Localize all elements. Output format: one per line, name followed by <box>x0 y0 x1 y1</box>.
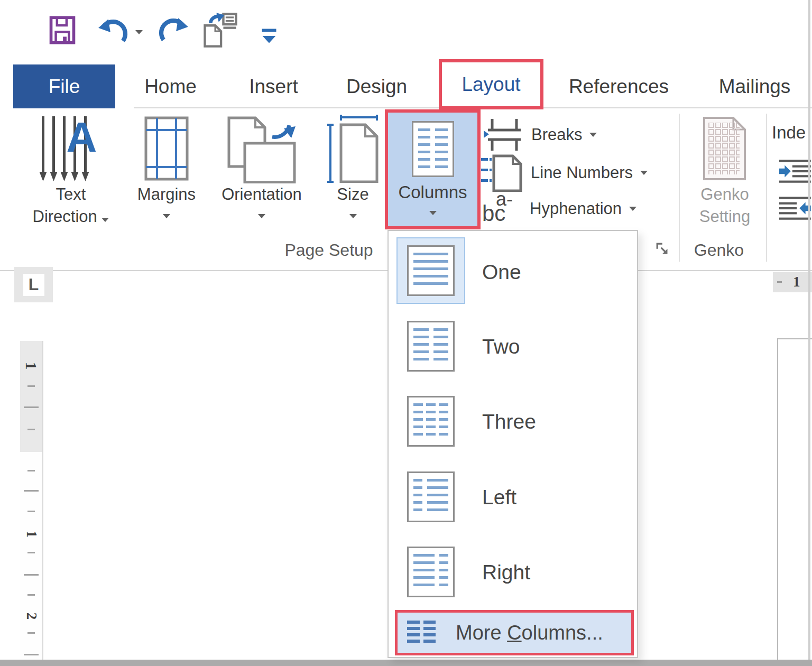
word-window: File Home Insert Design Layout Reference… <box>0 0 812 666</box>
document-arrow-icon <box>202 12 239 49</box>
text-direction-button[interactable]: A Text Direction <box>15 114 127 228</box>
menu-item-more-columns-label: More Columns... <box>456 622 603 644</box>
menu-item-one[interactable]: One <box>389 231 637 313</box>
ruler-tick <box>777 281 782 283</box>
left-column-icon <box>407 471 455 522</box>
genko-setting-label-line1: Genko <box>700 183 749 206</box>
undo-dropdown-caret[interactable] <box>135 30 143 34</box>
menu-item-two-label: Two <box>482 335 520 358</box>
breaks-caret <box>589 133 597 137</box>
columns-icon <box>412 121 454 177</box>
line-numbers-button[interactable]: Line Numbers <box>480 155 648 190</box>
ruler-number: 1 <box>23 526 40 542</box>
margins-button[interactable]: Margins <box>127 114 206 220</box>
redo-icon <box>158 17 190 45</box>
hyphenation-icon: a- bc <box>482 191 522 226</box>
hyphenation-label: Hyphenation <box>530 199 622 218</box>
tab-references-label: References <box>569 76 669 98</box>
text-direction-label-line1: Text <box>56 183 86 206</box>
redo-button[interactable] <box>158 17 192 48</box>
columns-label: Columns <box>398 181 467 204</box>
touch-mode-button[interactable] <box>202 12 241 51</box>
svg-text:A: A <box>67 114 97 161</box>
vertical-ruler[interactable]: 1 1 2 <box>20 341 43 660</box>
tab-home-label: Home <box>144 76 197 98</box>
window-bottom-bar <box>0 660 812 666</box>
breaks-icon <box>484 116 524 154</box>
menu-item-one-selected-box <box>396 237 465 304</box>
text-direction-icon: A <box>36 114 105 183</box>
genko-setting-icon <box>702 115 748 182</box>
window-right-border <box>808 0 810 660</box>
tab-file[interactable]: File <box>13 64 115 108</box>
columns-button[interactable]: Columns <box>385 109 481 229</box>
size-button[interactable]: Size <box>317 114 389 220</box>
breaks-label: Breaks <box>531 125 582 144</box>
increase-indent-button[interactable] <box>779 159 811 186</box>
tab-mailings-label: Mailings <box>719 76 791 98</box>
three-columns-icon <box>407 396 455 447</box>
ruler-number: 1 <box>22 358 40 374</box>
save-button[interactable] <box>49 15 78 48</box>
line-numbers-caret <box>640 171 648 175</box>
columns-caret <box>429 211 437 215</box>
tab-stop-selector[interactable]: L <box>14 267 53 302</box>
margins-label: Margins <box>137 183 196 206</box>
hyphenation-button[interactable]: a- bc Hyphenation <box>482 191 636 226</box>
tab-mailings[interactable]: Mailings <box>706 64 804 108</box>
tab-insert-label: Insert <box>249 76 298 98</box>
tab-file-label: File <box>49 76 80 98</box>
page-setup-dialog-launcher[interactable] <box>656 242 671 260</box>
two-columns-icon <box>407 321 455 372</box>
document-page <box>777 338 812 660</box>
size-label: Size <box>337 183 368 206</box>
tab-references[interactable]: References <box>570 64 668 108</box>
tab-insert[interactable]: Insert <box>235 64 312 108</box>
tab-design[interactable]: Design <box>338 64 415 108</box>
columns-dropdown-menu: One Two Three Left R <box>387 230 638 658</box>
margins-icon <box>144 116 189 181</box>
size-caret <box>349 214 357 218</box>
horizontal-ruler-number: 1 <box>793 274 800 290</box>
orientation-icon <box>225 114 299 183</box>
margins-caret <box>163 214 170 218</box>
undo-button[interactable] <box>96 17 146 48</box>
tab-layout-label: Layout <box>462 73 520 96</box>
right-column-icon <box>407 547 455 597</box>
menu-item-more-columns[interactable]: More Columns... <box>395 610 634 655</box>
horizontal-ruler[interactable]: 1 <box>773 272 812 292</box>
customize-qat-button[interactable] <box>260 26 281 49</box>
ruler-number: 2 <box>23 608 40 624</box>
decrease-indent-icon <box>779 196 811 221</box>
more-columns-icon <box>407 621 436 645</box>
dialog-launcher-icon <box>656 242 671 258</box>
menu-item-three-label: Three <box>482 410 536 433</box>
menu-item-right-label: Right <box>482 561 530 584</box>
tab-layout[interactable]: Layout <box>439 59 543 109</box>
indent-group-label: Inde <box>772 123 812 143</box>
menu-item-left[interactable]: Left <box>389 464 637 539</box>
menu-item-right[interactable]: Right <box>389 539 637 614</box>
line-numbers-icon <box>480 154 523 192</box>
genko-setting-button[interactable]: Genko Setting <box>685 114 764 228</box>
undo-icon <box>96 18 129 47</box>
text-direction-caret <box>102 218 109 222</box>
save-icon <box>49 15 76 45</box>
breaks-button[interactable]: Breaks <box>484 117 597 152</box>
line-numbers-label: Line Numbers <box>531 163 633 182</box>
text-direction-label-line2: Direction <box>33 206 109 228</box>
genko-group-label: Genko <box>687 240 751 260</box>
menu-item-one-label: One <box>482 261 521 284</box>
tab-home[interactable]: Home <box>132 64 209 108</box>
orientation-button[interactable]: Orientation <box>209 114 315 220</box>
menu-item-two[interactable]: Two <box>389 313 637 388</box>
menu-item-three[interactable]: Three <box>389 388 637 464</box>
size-icon <box>324 114 382 183</box>
decrease-indent-button[interactable] <box>779 196 811 223</box>
increase-indent-icon <box>779 159 811 184</box>
menu-item-left-label: Left <box>482 486 516 509</box>
one-column-icon <box>407 245 455 296</box>
genko-setting-label-line2: Setting <box>699 206 751 228</box>
orientation-caret <box>258 214 265 218</box>
tab-design-label: Design <box>346 76 407 98</box>
